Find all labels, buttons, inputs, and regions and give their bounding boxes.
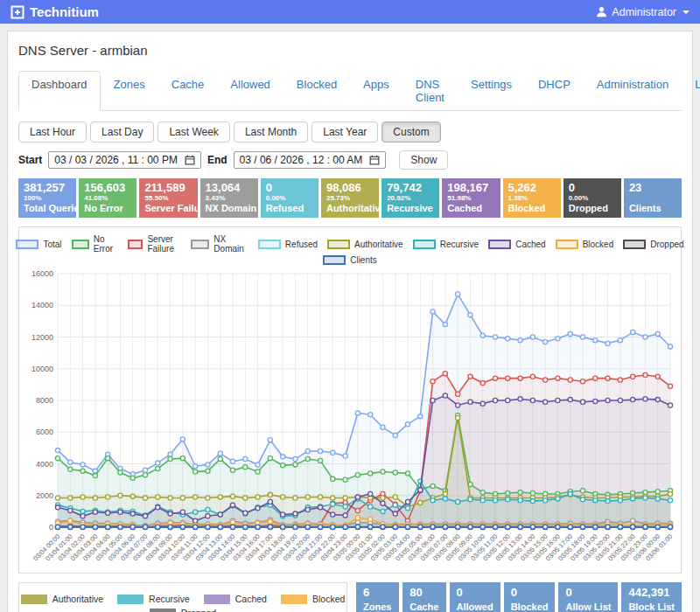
tab-cache[interactable]: Cache (158, 71, 218, 111)
stat-card-nx-domain: 13,064 3.43% NX Domain (200, 178, 258, 218)
legend-label: Total (43, 240, 61, 249)
page-title: DNS Server - armbian (18, 43, 682, 58)
stat-label: Clients (629, 203, 676, 213)
stat-label: Recursive (387, 203, 434, 213)
donut-legend-recursive[interactable]: Recursive (117, 594, 190, 604)
stat-value: 0 (569, 181, 616, 194)
tab-settings[interactable]: Settings (458, 71, 525, 111)
range-last-week-button[interactable]: Last Week (158, 122, 229, 143)
card-label: Cache (410, 602, 438, 612)
legend-label: Dropped (181, 608, 216, 612)
donut-legend-blocked[interactable]: Blocked (281, 594, 345, 604)
legend-item-refused[interactable]: Refused (258, 234, 318, 254)
start-datetime-input[interactable]: 03 / 03 / 2026 , 11 : 00 PM (48, 151, 201, 169)
stat-label: Refused (266, 203, 313, 213)
legend-item-cached[interactable]: Cached (488, 234, 545, 254)
stat-card-dropped: 0 0.00% Dropped (564, 178, 621, 218)
legend-swatch (281, 595, 307, 604)
card-allow-list: 0 Allow List (558, 582, 618, 612)
legend-item-blocked[interactable]: Blocked (556, 234, 614, 254)
svg-text:2000: 2000 (36, 491, 53, 500)
caret-down-icon (682, 10, 690, 14)
range-last-day-button[interactable]: Last Day (90, 122, 154, 143)
legend-label: Server Failure (147, 234, 181, 254)
show-button[interactable]: Show (399, 150, 448, 170)
top-navbar: Technitium Administrator (0, 0, 700, 24)
legend-label: Cached (515, 240, 545, 249)
stat-value: 198,167 (447, 181, 494, 194)
legend-swatch (72, 240, 89, 249)
legend-label: No Error (94, 234, 118, 254)
user-menu[interactable]: Administrator (596, 6, 690, 18)
legend-label: Blocked (583, 240, 614, 249)
card-value: 442,391 (628, 586, 675, 599)
legend-item-server-failure[interactable]: Server Failure (128, 234, 182, 254)
end-datetime-input[interactable]: 03 / 06 / 2026 , 12 : 00 AM (234, 151, 387, 169)
stat-card-clients: 23 Clients (624, 178, 682, 218)
donut-legend-row-2: Dropped (26, 608, 340, 612)
tab-blocked[interactable]: Blocked (284, 71, 350, 111)
calendar-icon[interactable] (185, 155, 195, 165)
tab-administration[interactable]: Administration (584, 71, 682, 111)
stat-value: 13,064 (206, 181, 253, 194)
stats-cards-row: 381,257 100% Total Queries 156,603 41.08… (18, 178, 682, 218)
legend-label: Recursive (149, 594, 190, 604)
tab-logs[interactable]: Logs (682, 71, 700, 111)
card-allowed: 0 Allowed (450, 582, 500, 612)
legend-item-nx-domain[interactable]: NX Domain (191, 234, 248, 254)
range-last-month-button[interactable]: Last Month (234, 122, 308, 143)
donut-legend-dropped[interactable]: Dropped (150, 608, 216, 612)
legend-item-recursive[interactable]: Recursive (413, 234, 479, 254)
tab-dhcp[interactable]: DHCP (525, 71, 584, 111)
legend-swatch (204, 595, 230, 604)
stat-label: No Error (84, 203, 131, 213)
legend-swatch (191, 240, 209, 249)
stat-card-refused: 0 0.00% Refused (261, 178, 318, 218)
tab-dashboard[interactable]: Dashboard (18, 71, 101, 111)
main-panel: DNS Server - armbian Dashboard Zones Cac… (7, 31, 693, 612)
donut-legend-row-1: Authoritative Recursive Cached Blocked (26, 594, 340, 604)
queries-line-chart[interactable]: 03/04 00:0003/04 01:0003/04 02:0003/04 0… (24, 267, 676, 573)
tab-dns-client[interactable]: DNS Client (402, 71, 458, 111)
legend-item-dropped[interactable]: Dropped (623, 234, 683, 254)
legend-swatch (128, 240, 144, 249)
legend-swatch (623, 240, 646, 249)
right-column: 6 Zones 80 Cache 0 Allowed 0 Blocked 0 (356, 582, 682, 612)
legend-swatch (556, 240, 578, 249)
range-last-year-button[interactable]: Last Year (312, 122, 378, 143)
stat-percent (629, 194, 676, 202)
stat-card-server-failure: 211,589 55.50% Server Failure (139, 178, 197, 218)
stat-card-cached: 198,167 51.98% Cached (442, 178, 500, 218)
range-custom-button[interactable]: Custom (382, 122, 440, 143)
legend-swatch (258, 240, 281, 249)
svg-text:12000: 12000 (32, 333, 53, 342)
stat-card-recursive: 79,742 20.92% Recursive (382, 178, 439, 218)
tab-allowed[interactable]: Allowed (217, 71, 284, 111)
card-blocked: 0 Blocked (504, 582, 556, 612)
legend-swatch (413, 240, 436, 249)
legend-label: Authoritative (354, 240, 403, 249)
legend-item-clients[interactable]: Clients (323, 255, 377, 265)
stat-card-authoritative: 98,086 25.73% Authoritative (321, 178, 379, 218)
card-label: Block List (628, 602, 675, 612)
legend-item-authoritative[interactable]: Authoritative (327, 234, 403, 254)
svg-text:0: 0 (49, 523, 53, 532)
stat-value: 0 (266, 181, 313, 194)
range-last-hour-button[interactable]: Last Hour (18, 122, 87, 143)
legend-swatch (327, 240, 350, 249)
chart-legend-row-2: Clients (24, 255, 676, 265)
donut-legend-authoritative[interactable]: Authoritative (21, 594, 103, 604)
card-label: Allowed (457, 602, 494, 612)
card-label: Blocked (511, 602, 549, 612)
card-cache: 80 Cache (402, 582, 445, 612)
stat-label: Dropped (569, 203, 616, 213)
stat-percent: 25.73% (326, 194, 374, 202)
tab-zones[interactable]: Zones (101, 71, 158, 111)
brand-home-link[interactable]: Technitium (10, 4, 99, 19)
calendar-icon[interactable] (369, 155, 380, 165)
legend-item-total[interactable]: Total (16, 234, 61, 254)
legend-label: Blocked (312, 594, 345, 604)
tab-apps[interactable]: Apps (350, 71, 402, 111)
donut-legend-cached[interactable]: Cached (204, 594, 267, 604)
legend-item-no-error[interactable]: No Error (72, 234, 118, 254)
